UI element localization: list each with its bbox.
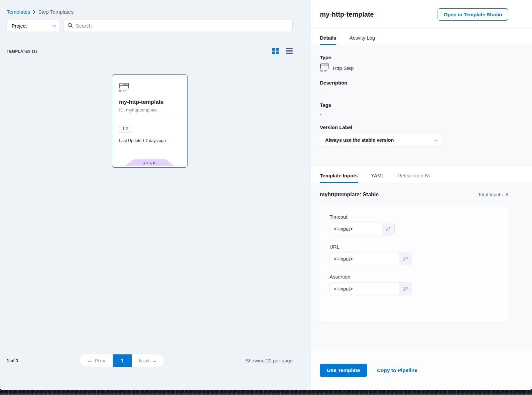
tags-label: Tags [320,102,508,108]
inputs-header: myhttptemplate: Stable Total Inputs: 3 [320,192,508,198]
arrow-left-icon: ← [87,358,92,364]
inputs-card: Timeout <+input> Σx URL <+input> Σx Asse… [320,205,508,323]
grid-view-icon[interactable] [272,48,279,54]
scope-select-value: Project [12,23,27,29]
breadcrumb-templates-link[interactable]: Templates [7,9,30,15]
timeout-input-value[interactable]: <+input> [330,223,382,235]
app-window: Templates Step Templates Project TEMPLAT… [0,0,532,390]
per-page-label: Showing 20 per page [245,358,293,363]
tab-yaml[interactable]: YAML [371,173,384,183]
pagination: 1 of 1 ← Prev 1 Next → Showing 20 per pa… [7,354,293,367]
version-chip: 1.2 [119,125,131,133]
templates-count-label: TEMPLATES (1) [7,49,37,53]
last-updated: Last Updated 7 days ago [119,138,180,143]
list-view-icon[interactable] [286,48,293,54]
details-tabbar: Details Activity Log [311,29,532,45]
http-step-icon: HTTP [119,87,129,93]
list-controls: Project [0,15,311,32]
prev-page-button[interactable]: ← Prev [80,354,112,367]
search-icon [67,23,73,29]
scope-select[interactable]: Project [7,20,60,32]
details-footer: Use Template Copy to Pipeline [311,350,532,390]
open-in-template-studio-button[interactable]: Open in Template Studio [438,8,508,21]
template-card-title: my-http-template [119,99,180,105]
tab-referenced-by[interactable]: Referenced By [398,173,431,183]
runtime-input-icon[interactable]: Σx [399,253,412,265]
http-step-icon: HTTP [320,63,330,73]
type-value: Http Step [333,65,354,71]
details-section: Type HTTP Http Step Description - Tags [311,45,532,167]
details-title: my-http-template [320,11,374,18]
arrow-right-icon: → [152,358,157,364]
url-field-group: URL <+input> Σx [330,244,498,265]
view-toggles [272,48,293,54]
card-divider [119,117,180,117]
timeout-label: Timeout [330,214,498,220]
inputs-tabbar: Template Inputs YAML Referenced By [311,167,532,183]
use-template-button[interactable]: Use Template [320,364,367,377]
assertion-label: Assertion [330,274,498,280]
inputs-title: myhttptemplate: Stable [320,192,379,198]
template-card[interactable]: HTTP my-http-template ID: myhttptemplate… [112,74,188,168]
tab-details[interactable]: Details [320,35,336,45]
svg-text:HTTP: HTTP [119,89,127,92]
template-details-panel: my-http-template Open in Template Studio… [311,0,532,390]
svg-text:STEP: STEP [142,161,157,165]
description-label: Description [320,80,508,86]
next-page-button[interactable]: Next → [132,354,164,367]
search-box [63,20,293,32]
runtime-input-icon[interactable]: Σx [399,283,412,295]
templates-list-panel: Templates Step Templates Project TEMPLAT… [0,0,311,390]
chevron-right-icon [33,10,36,14]
copy-to-pipeline-link[interactable]: Copy to Pipeline [377,367,417,373]
assertion-input: <+input> Σx [330,283,412,295]
runtime-input-icon[interactable]: Σx [382,223,394,235]
details-header: my-http-template Open in Template Studio [311,0,532,29]
assertion-field-group: Assertion <+input> Σx [330,274,498,295]
page-count: 1 of 1 [7,358,18,363]
template-inputs-section: myhttptemplate: Stable Total Inputs: 3 T… [311,183,532,350]
templates-grid: HTTP my-http-template ID: myhttptemplate… [0,54,311,168]
breadcrumb-current: Step Templates [38,9,74,15]
url-label: URL [330,244,498,250]
chevron-down-icon [53,24,56,27]
url-input: <+input> Σx [330,253,412,265]
page-1-button[interactable]: 1 [113,354,132,367]
timeout-field-group: Timeout <+input> Σx [330,214,498,235]
version-select-value: Always use the stable version [325,137,394,143]
chevron-down-icon [435,138,438,141]
tags-value: - [320,111,508,117]
timeout-input: <+input> Σx [330,223,395,235]
search-input[interactable] [76,23,288,29]
type-value-row: HTTP Http Step [320,63,508,73]
list-header: TEMPLATES (1) [7,48,293,54]
svg-text:HTTP: HTTP [320,70,327,72]
total-inputs-label: Total Inputs: 3 [478,192,508,197]
type-label: Type [320,55,508,60]
tab-template-inputs[interactable]: Template Inputs [320,173,358,183]
version-select[interactable]: Always use the stable version [320,134,442,146]
version-label: Version Label [320,124,508,130]
url-input-value[interactable]: <+input> [330,253,399,265]
desktop-wallpaper-strip [0,390,532,395]
description-value: - [320,89,508,95]
breadcrumb: Templates Step Templates [0,0,311,15]
template-card-id: ID: myhttptemplate [119,107,180,112]
assertion-input-value[interactable]: <+input> [330,283,399,295]
tab-activity-log[interactable]: Activity Log [349,35,375,45]
step-type-badge: STEP [125,159,175,167]
pager: ← Prev 1 Next → [80,354,164,367]
